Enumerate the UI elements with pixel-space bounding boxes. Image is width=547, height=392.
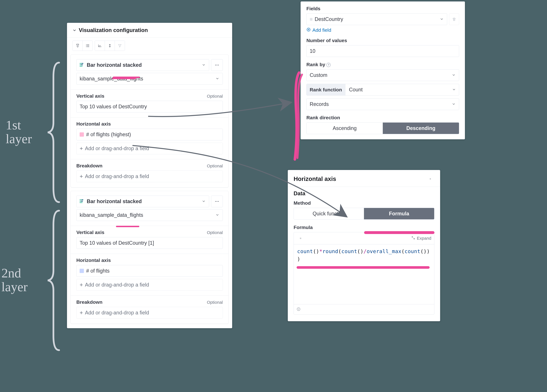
rank-function-select[interactable]: Rank function Count [306,84,459,95]
rank-direction-segment: Ascending Descending [306,122,459,134]
horizontal-axis-chip[interactable]: # of flights [76,265,223,277]
fields-panel: Fields ≡ DestCountry Add field Number of… [301,1,465,139]
help-icon[interactable]: ? [326,63,331,67]
flyout-title: Horizontal axis [294,175,336,182]
horizontal-axis-label: Horizontal axis [76,121,223,127]
horizontal-axis-value: # of flights [86,268,109,274]
layer1-breakdown: BreakdownOptional + Add or drag-and-drop… [71,159,228,187]
num-values-input[interactable]: 10 [306,45,459,57]
vertical-axis-field[interactable]: Top 10 values of DestCountry [76,101,223,113]
delete-field-button[interactable] [449,13,459,25]
word-wrap-button[interactable] [297,234,305,242]
formula-button[interactable]: Formula [364,208,434,219]
layer1-type-section: Bar horizontal stacked kibana_sample_dat… [71,55,228,89]
horizontal-axis-label: Horizontal axis [76,258,223,263]
vertical-axis-value: Top 10 values of DestCountry [1] [80,240,154,246]
svg-rect-0 [80,63,82,64]
svg-rect-9 [82,199,83,200]
chevron-down-icon [202,63,206,67]
expand-button[interactable]: Expand [411,236,431,241]
layer-actions-button[interactable] [211,59,223,71]
plus-icon: + [80,173,83,179]
axis-y-button[interactable] [105,41,115,51]
highlight-underline [297,266,430,269]
svg-rect-4 [80,66,82,67]
add-field-hint: Add or drag-and-drop a field [85,146,149,152]
hand-label-2nd-layer: 2ndlayer [1,266,28,294]
svg-rect-8 [80,199,82,200]
plus-circle-icon [306,27,311,33]
chart-type-select[interactable]: Bar horizontal stacked [76,59,209,71]
add-field-breakdown[interactable]: + Add or drag-and-drop a field [76,307,223,319]
brace-1st-layer [46,61,64,204]
layer2-horizontal-axis: Horizontal axis # of flights + Add or dr… [71,254,228,295]
field-value: DestCountry [315,16,438,22]
method-segment: Quick function Formula [294,208,434,219]
list-tab-button[interactable] [83,41,93,51]
add-field-horizontal-axis[interactable]: + Add or drag-and-drop a field [76,279,223,291]
rank-direction-label: Rank direction [306,115,459,120]
layer2-vertical-axis: Vertical axisOptional Top 10 values of D… [71,226,228,254]
chart-type-value: Bar horizontal stacked [87,199,199,204]
rank-function-prefix: Rank function [307,84,345,95]
vertical-axis-field[interactable]: Top 10 values of DestCountry [1] [76,237,223,249]
filter-tab-button[interactable] [115,41,125,51]
viz-config-header[interactable]: Visualization configuration [67,23,232,38]
chevron-down-icon [440,17,444,21]
layer-2-card: Bar horizontal stacked kibana_sample_dat… [70,191,229,324]
axis-x-button[interactable] [95,41,105,51]
descending-button[interactable]: Descending [383,123,459,134]
vertical-axis-label: Vertical axis [76,93,104,99]
layer2-type-section: Bar horizontal stacked kibana_sample_dat… [71,191,228,226]
plus-icon: + [80,146,83,151]
layer-toolbar [67,38,232,54]
breakdown-label: Breakdown [76,163,103,168]
rank-by-select[interactable]: Custom [306,69,459,81]
rank-by-value: Custom [310,72,450,78]
chevron-down-icon [452,102,456,106]
breakdown-label: Breakdown [76,299,103,305]
viz-config-title: Visualization configuration [79,27,148,33]
add-field-horizontal-axis[interactable]: + Add or drag-and-drop a field [76,143,223,154]
plus-icon: + [80,310,83,316]
svg-rect-11 [81,201,83,202]
plus-icon: + [80,282,83,288]
chevron-down-icon [216,77,219,81]
vertical-axis-label: Vertical axis [76,230,104,235]
chevron-down-icon [216,213,219,217]
expand-label: Expand [417,236,431,241]
appearance-tab-button[interactable] [73,41,83,51]
highlight-underline [112,78,136,79]
hand-label-1st-layer: 1stlayer [6,118,32,146]
highlight-underline [113,77,140,78]
dataset-select[interactable]: kibana_sample_data_flights [76,209,223,221]
svg-point-5 [215,65,216,65]
chevron-down-icon [202,199,206,203]
add-field-link[interactable]: Add field [306,27,459,33]
quick-function-button[interactable]: Quick function [294,208,364,219]
color-swatch-pink [80,132,84,137]
add-field-breakdown[interactable]: + Add or drag-and-drop a field [76,171,223,182]
expand-icon [411,236,415,241]
highlight-underline [364,231,434,234]
svg-point-13 [215,201,216,202]
chart-type-select[interactable]: Bar horizontal stacked [76,196,209,207]
rank-function-sub-select[interactable]: Records [306,98,459,110]
horizontal-axis-chip[interactable]: # of flights (highest) [76,129,223,140]
field-select[interactable]: ≡ DestCountry [306,13,447,25]
rank-by-label: Rank by? [306,62,459,67]
chevron-down-icon [452,73,456,77]
close-button[interactable] [426,175,434,183]
dataset-select[interactable]: kibana_sample_data_flights [76,73,223,85]
chart-type-value: Bar horizontal stacked [87,62,199,68]
brace-2nd-layer [46,209,64,352]
formula-textarea[interactable]: count()*round(count()/overall_max(count(… [294,244,434,304]
layer1-horizontal-axis: Horizontal axis # of flights (highest) +… [71,117,228,159]
info-icon[interactable] [297,306,301,312]
color-swatch-blue [80,269,84,273]
svg-rect-10 [80,201,81,202]
layer-actions-button[interactable] [211,196,223,207]
ascending-button[interactable]: Ascending [307,123,383,134]
layer1-vertical-axis: Vertical axisOptional Top 10 values of D… [71,89,228,117]
chevron-down-icon [452,88,456,92]
